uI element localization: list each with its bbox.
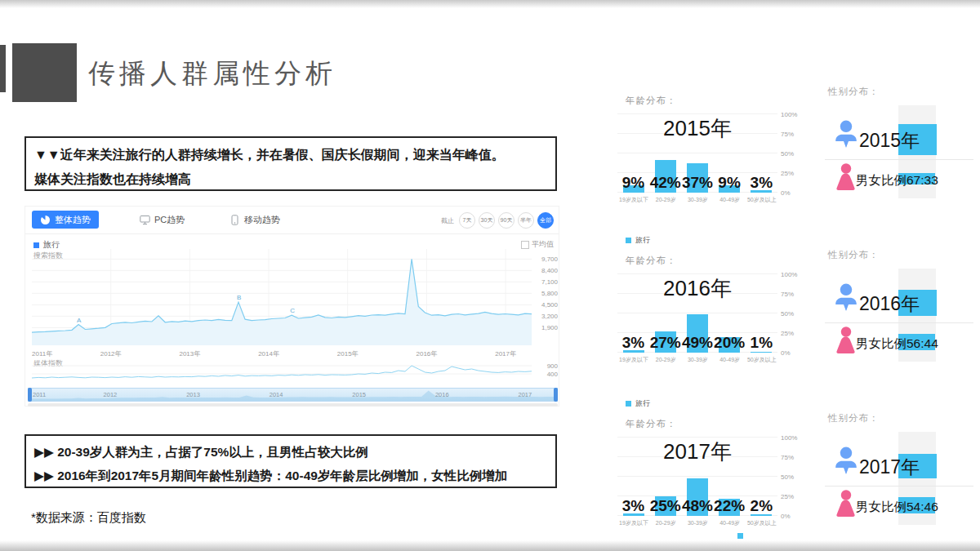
pct-axis-tick: 100% [781,111,805,118]
age-category-label: 30-39岁 [681,196,714,204]
data-source-note: *数据来源：百度指数 [31,510,146,526]
bar-value-label: 42% [649,174,681,192]
pie-icon [40,215,51,225]
brush-year-label: 2017 [518,391,532,398]
pct-axis-tick: 25% [781,170,805,177]
bar-value-label: 27% [649,334,681,352]
pct-axis-tick: 25% [781,330,805,337]
bottom-insight-line2: ▶▶ 2016年到2017年5月期间年龄性别趋势：40-49岁年龄层比例增加，女… [34,464,547,488]
age-category-label: 50岁及以上 [746,356,778,364]
average-label: 平均值 [532,239,554,250]
pct-axis-tick: 100% [781,271,805,278]
age-chart-legend: 旅行 [626,398,650,409]
horizontal-scrollbar[interactable] [28,403,558,407]
age-section-label: 年龄分布： [626,255,677,267]
time-range-buttons: 截止7天30天90天半年全部 [441,212,554,229]
svg-text:B: B [237,294,241,301]
y-axis-tick: 3,200 [530,313,558,320]
brush-year-label: 2012 [104,391,118,398]
bar-value-label: 3% [617,334,649,352]
age-category-label: 20-29岁 [649,196,682,204]
x-axis-tick: 2013年 [172,349,207,358]
age-chart-year-title: 2016年 [617,274,777,303]
tab-monitor[interactable]: PC趋势 [131,211,193,229]
row-divider [825,486,973,487]
tab-mobile[interactable]: 移动趋势 [221,211,288,229]
brush-year-label: 2011 [33,391,46,398]
trend-tabs-row: 整体趋势PC趋势移动趋势截止7天30天90天半年全部 [25,207,559,234]
pct-axis-tick: 75% [781,454,805,461]
brush-handle-right[interactable] [554,388,558,402]
age-bar-plot: 2015年9%42%37%9%3% [617,114,777,193]
checkbox-icon[interactable] [521,241,529,249]
tab-label: 整体趋势 [55,214,91,226]
y-axis-tick: 9,700 [530,256,558,263]
gender-section-label: 性别分布： [828,412,880,424]
page-title: 传播人群属性分析 [88,56,336,92]
age-bar-plot: 2017年3%25%48%22%2% [617,438,777,516]
range-button-90天[interactable]: 90天 [498,212,514,229]
male-icon [833,120,859,150]
y-axis-tick: 8,400 [530,267,558,274]
range-button-30天[interactable]: 30天 [479,212,495,229]
tab-pie[interactable]: 整体趋势 [32,211,99,229]
monitor-icon [140,215,150,225]
pct-axis-tick: 0% [781,349,805,357]
age-section-label: 年龄分布： [626,418,677,430]
age-bar-50岁及以上 [751,352,772,353]
gender-ratio-label: 男女比例67:33 [856,172,938,189]
x-axis-tick: 2017年 [488,349,523,358]
bar-value-label: 37% [681,174,713,192]
media-y-axis-tick: 900 [530,362,558,370]
age-category-label: 40-49岁 [714,196,746,204]
y-axis-tick: 7,100 [530,278,558,286]
female-icon [833,489,858,518]
bar-value-label: 2% [746,497,777,515]
male-icon [833,447,859,477]
search-index-line-chart: ABC [32,249,532,345]
bar-value-label: 48% [681,497,713,515]
bar-value-label: 49% [681,334,713,352]
brush-year-label: 2015 [352,391,366,398]
age-category-label: 40-49岁 [714,519,746,527]
age-category-label: 30-39岁 [681,519,714,527]
pct-axis-tick: 0% [781,189,805,197]
pct-axis-tick: 50% [781,150,805,158]
slide-top-edge [0,0,980,8]
y-axis-tick: 5,800 [530,290,558,297]
x-axis-tick: 2015年 [330,349,366,358]
age-category-label: 20-29岁 [649,356,682,364]
svg-text:C: C [290,307,295,314]
range-button-半年[interactable]: 半年 [518,212,534,229]
age-chart-year-title: 2017年 [617,438,777,466]
mobile-icon [229,215,240,225]
age-category-label: 50岁及以上 [746,196,778,204]
age-distribution-chart-2015年: 年龄分布：2015年9%42%37%9%3%19岁及以下20-29岁30-39岁… [614,90,808,233]
media-index-line-chart [32,362,532,383]
range-button-7天[interactable]: 7天 [459,212,475,229]
gender-panel-2016年: 性别分布：2016年男女比例56:44 [823,247,978,368]
svg-text:A: A [77,317,82,324]
gridline [617,476,777,477]
brush-year-label: 2013 [186,391,200,398]
row-divider [825,159,973,160]
bar-value-label: 20% [714,334,746,352]
gender-year-label: 2015年 [859,128,920,153]
range-button-全部[interactable]: 全部 [537,212,554,229]
pct-axis-tick: 50% [781,310,805,318]
bottom-insight-box: ▶▶ 20-39岁人群为主，占据了75%以上，且男性占较大比例 ▶▶ 2016年… [24,434,557,488]
gender-year-label: 2017年 [859,455,920,480]
bar-value-label: 9% [617,174,649,192]
y-axis-tick: 4,500 [530,301,558,309]
title-accent-bar [0,45,6,92]
legend-swatch-icon [626,238,631,243]
bar-value-label: 25% [649,497,681,515]
tab-label: 移动趋势 [244,214,280,226]
x-axis-tick: 2016年 [408,349,444,358]
brush-handle-left[interactable] [28,388,32,402]
brush-year-label: 2014 [270,391,283,398]
time-range-brush[interactable]: 2011201220132014201520162017 [28,388,558,402]
tab-label: PC趋势 [154,214,185,226]
gender-ratio-label: 男女比例56:44 [856,335,938,353]
top-insight-line1: ▼▼近年来关注旅行的人群持续增长，并在暑假、国庆长假期间，迎来当年峰值。 [34,143,547,167]
